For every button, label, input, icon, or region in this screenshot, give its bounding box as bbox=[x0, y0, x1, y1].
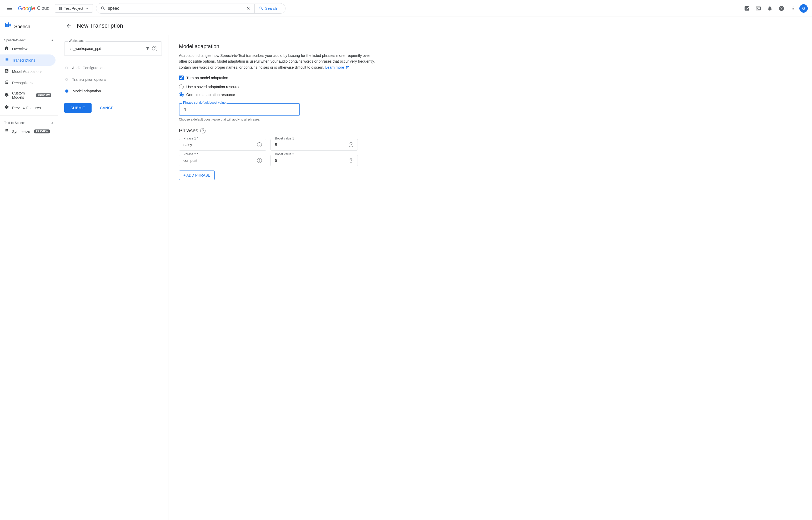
stt-section-label[interactable]: Speech-to-Text ∧ bbox=[0, 35, 58, 43]
svg-rect-2 bbox=[8, 22, 9, 27]
boost-value-1-label: Boost value 1 bbox=[274, 136, 295, 140]
turn-on-checkbox[interactable] bbox=[179, 76, 184, 80]
workspace-help-icon[interactable]: ? bbox=[152, 46, 157, 51]
model-adaptations-icon bbox=[4, 69, 9, 75]
boost-value-2-label: Boost value 2 bbox=[274, 152, 295, 156]
workspace-value: sst_workspace_ppd bbox=[69, 47, 101, 51]
search-bar: ✕ Search bbox=[96, 3, 286, 14]
svg-rect-1 bbox=[6, 24, 8, 27]
boost-2-help-icon[interactable]: ? bbox=[349, 158, 353, 163]
step-indicator bbox=[65, 78, 68, 81]
search-label: Search bbox=[265, 6, 277, 10]
workspace-dropdown-icon[interactable]: ▼ bbox=[145, 46, 150, 51]
sidebar-item-custom-models[interactable]: Custom Models PREVIEW bbox=[0, 88, 55, 102]
project-name: Test Project bbox=[64, 6, 83, 10]
google-cloud-logo[interactable]: Google Cloud bbox=[18, 5, 50, 12]
radio-saved-label[interactable]: Use a saved adaptation resource bbox=[186, 85, 240, 89]
search-button[interactable]: Search bbox=[255, 4, 281, 13]
phrases-help-icon[interactable]: ? bbox=[200, 128, 206, 133]
svg-point-5 bbox=[6, 107, 7, 108]
sidebar: Speech Speech-to-Text ∧ Overview Transcr… bbox=[0, 17, 58, 520]
boost-value-1-field: Boost value 1 5 ? bbox=[270, 139, 358, 151]
sidebar-item-model-adaptations[interactable]: Model Adaptations bbox=[0, 66, 55, 77]
two-column-layout: Workspace sst_workspace_ppd ▼ ? Audio Co… bbox=[58, 35, 812, 520]
sidebar-app-title: Speech bbox=[14, 24, 30, 29]
step-model-adaptation[interactable]: Model adaptation bbox=[64, 85, 162, 97]
overview-icon bbox=[4, 46, 9, 52]
step-transcription-options[interactable]: Transcription options bbox=[64, 74, 162, 85]
learn-more-link[interactable]: Learn more bbox=[325, 65, 349, 70]
preview-features-icon bbox=[4, 105, 9, 111]
search-input[interactable] bbox=[108, 6, 244, 11]
search-clear-icon[interactable]: ✕ bbox=[246, 5, 250, 11]
tts-section-label[interactable]: Text-to-Speech ∧ bbox=[0, 118, 58, 126]
radio-saved-row[interactable]: Use a saved adaptation resource bbox=[179, 84, 802, 89]
sidebar-item-label: Synthesize bbox=[12, 129, 30, 134]
terminal-icon[interactable] bbox=[753, 3, 764, 14]
phrase-2-field: Phrase 2 * compost ? bbox=[179, 155, 266, 166]
boost-value-2-value[interactable]: 5 bbox=[275, 158, 277, 163]
notification-icon[interactable] bbox=[765, 3, 775, 14]
phrase-1-label: Phrase 1 * bbox=[182, 136, 199, 140]
add-phrase-button[interactable]: + ADD PHRASE bbox=[179, 171, 215, 180]
user-avatar[interactable]: G bbox=[800, 4, 808, 12]
main-layout: Speech Speech-to-Text ∧ Overview Transcr… bbox=[0, 17, 812, 520]
phrase-1-value[interactable]: daisy bbox=[183, 142, 192, 147]
boost-hint: Choose a default boost value that will a… bbox=[179, 118, 802, 121]
sidebar-app-header: Speech bbox=[0, 19, 58, 35]
sidebar-item-label: Custom Models bbox=[12, 91, 32, 100]
topbar: Google Cloud Test Project ✕ Search bbox=[0, 0, 812, 17]
sidebar-item-synthesize[interactable]: Synthesize PREVIEW bbox=[0, 126, 55, 137]
sidebar-item-preview-features[interactable]: Preview Features bbox=[0, 102, 55, 113]
step-label: Transcription options bbox=[72, 77, 106, 82]
phrase-2-value[interactable]: compost bbox=[183, 158, 197, 163]
phrase-2-help-icon[interactable]: ? bbox=[257, 158, 262, 163]
back-button[interactable] bbox=[64, 21, 74, 30]
sidebar-item-label: Recognizers bbox=[12, 81, 33, 85]
phrase-1-help-icon[interactable]: ? bbox=[257, 142, 262, 147]
radio-saved-input[interactable] bbox=[179, 84, 184, 89]
custom-models-icon bbox=[4, 93, 9, 98]
boost-value-input[interactable] bbox=[179, 103, 300, 115]
sidebar-item-transcriptions[interactable]: Transcriptions bbox=[0, 54, 55, 66]
submit-button[interactable]: SUBMIT bbox=[64, 103, 91, 113]
help-icon[interactable] bbox=[776, 3, 787, 14]
stt-collapse-icon: ∧ bbox=[51, 38, 53, 42]
turn-on-label[interactable]: Turn on model adaptation bbox=[186, 76, 228, 80]
marketplace-icon[interactable] bbox=[741, 3, 752, 14]
synthesize-preview-badge: PREVIEW bbox=[34, 129, 50, 133]
section-desc: Adaptation changes how Speech-to-Text tr… bbox=[179, 53, 379, 70]
boost-value-1-value[interactable]: 5 bbox=[275, 142, 277, 147]
sidebar-item-label: Model Adaptations bbox=[12, 70, 42, 74]
boost-1-help-icon[interactable]: ? bbox=[349, 142, 353, 147]
sidebar-item-label: Preview Features bbox=[12, 106, 41, 110]
boost-value-wrapper: Phrase set default boost value bbox=[179, 103, 300, 115]
sidebar-item-overview[interactable]: Overview bbox=[0, 43, 55, 54]
radio-onetime-label[interactable]: One-time adaptation resource bbox=[186, 93, 235, 97]
phrase-grid: Phrase 1 * daisy ? Boost value 1 5 ? bbox=[179, 139, 358, 166]
step-audio-configuration[interactable]: Audio Configuration bbox=[64, 62, 162, 74]
action-buttons: SUBMIT CANCEL bbox=[64, 97, 162, 119]
more-options-icon[interactable] bbox=[788, 3, 798, 14]
sidebar-item-recognizers[interactable]: Recognizers bbox=[0, 77, 55, 88]
project-selector[interactable]: Test Project bbox=[55, 4, 93, 12]
step-indicator-active bbox=[65, 89, 69, 93]
topbar-icons: G bbox=[741, 3, 808, 14]
synthesize-icon bbox=[4, 128, 9, 134]
phrases-section-title: Phrases ? bbox=[179, 128, 802, 134]
svg-point-4 bbox=[6, 94, 7, 95]
speech-app-icon bbox=[4, 22, 11, 31]
radio-onetime-input[interactable] bbox=[179, 93, 184, 97]
sidebar-item-label: Transcriptions bbox=[12, 58, 35, 62]
steps-list: Audio Configuration Transcription option… bbox=[64, 62, 162, 97]
svg-rect-0 bbox=[5, 23, 6, 27]
radio-onetime-row[interactable]: One-time adaptation resource bbox=[179, 93, 802, 97]
workspace-select: sst_workspace_ppd ▼ ? bbox=[69, 46, 157, 51]
menu-icon[interactable] bbox=[4, 3, 15, 14]
phrase-1-field: Phrase 1 * daisy ? bbox=[179, 139, 266, 151]
cancel-button[interactable]: CANCEL bbox=[96, 103, 120, 113]
recognizers-icon bbox=[4, 80, 9, 86]
svg-rect-3 bbox=[9, 24, 11, 27]
left-panel: Workspace sst_workspace_ppd ▼ ? Audio Co… bbox=[58, 35, 168, 520]
step-indicator bbox=[65, 67, 68, 69]
